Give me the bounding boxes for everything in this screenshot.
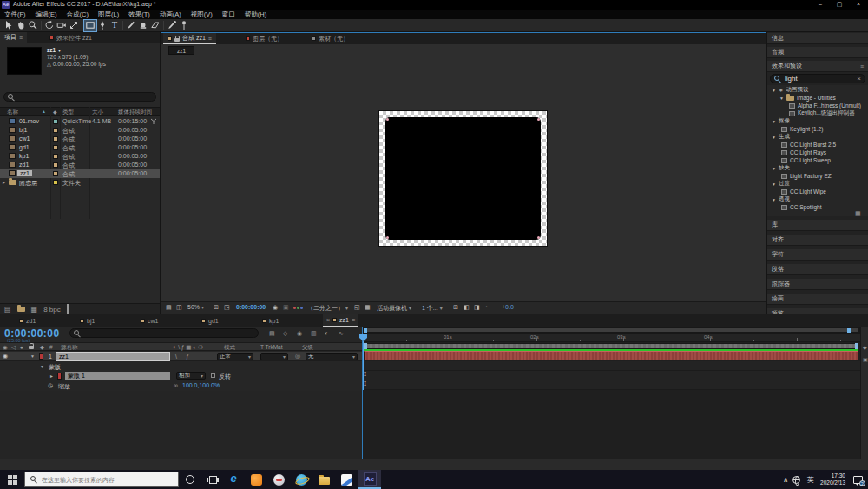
tab-composition[interactable]: 合成 zz1 ≡ (163, 33, 216, 44)
graph-editor-icon[interactable]: ∿ (339, 330, 344, 337)
panel-audio[interactable]: 音频 (767, 47, 868, 58)
grid-guides-icon[interactable]: ⊞ (453, 304, 458, 311)
panel-menu-icon[interactable]: ≡ (352, 317, 355, 323)
mask-invert-checkbox[interactable] (211, 373, 215, 378)
timeline-button-icon[interactable]: ◔ (484, 304, 488, 310)
notification-center-icon[interactable]: 2 (853, 470, 863, 489)
magnification-icon[interactable]: ◫ (176, 304, 182, 311)
fast-previews-icon[interactable]: ◨ (474, 304, 480, 311)
layer-color-label[interactable] (39, 353, 43, 360)
timeline-tab-bj1[interactable]: bj1 (80, 314, 95, 327)
time-ruler[interactable]: 01s 02s 03s 04s (363, 334, 860, 342)
tree-effect-keylight[interactable]: Keylight (1.2) (767, 125, 868, 133)
project-row-gd1[interactable]: gd1 合成 0:00:05:00 (0, 143, 160, 152)
new-animation-preset-icon[interactable]: ▦ (855, 210, 861, 217)
composition-mini-flowchart-icon[interactable]: ▤ (269, 330, 275, 337)
camera-dropdown[interactable]: 活动摄像机 ▾ (377, 304, 411, 313)
new-composition-icon[interactable]: ▦ (31, 306, 38, 314)
panel-effects-presets-header[interactable]: 效果和预设≡ (767, 61, 868, 72)
layer-expand-arrow-icon[interactable]: ▼ (30, 354, 35, 359)
timeline-tab-cw1[interactable]: cw1 (141, 314, 158, 327)
mask-visibility-icon[interactable]: ◳ (224, 304, 230, 311)
menu-layer[interactable]: 图层(L) (98, 10, 119, 19)
clock[interactable]: 17:30 2020/2/13 (820, 472, 845, 489)
project-row-solids-folder[interactable]: ► 固态层 文件夹 (0, 178, 160, 187)
exposure-value[interactable]: +0.0 (502, 304, 514, 310)
resolution-dropdown[interactable]: （二分之一） ▾ (307, 304, 348, 313)
panel-character[interactable]: 字符 (767, 249, 868, 261)
tree-group-missing[interactable]: ▼缺失 (767, 164, 868, 172)
tree-group-generate[interactable]: ▼生成 (767, 133, 868, 141)
parent-pickwhip-icon[interactable]: ◎ (295, 353, 300, 360)
camera-tool-icon[interactable] (56, 20, 68, 31)
safe-frames-icon[interactable]: ⊞ (214, 304, 219, 311)
tab-project[interactable]: 项目≡ (0, 32, 27, 43)
composition-canvas[interactable] (379, 111, 547, 246)
tree-effect-cc-spotlight[interactable]: CC Spotlight (767, 203, 868, 211)
tree-group-keying[interactable]: ▼抠像 (767, 117, 868, 125)
timeline-tab-kp1[interactable]: kp1 (262, 314, 279, 327)
show-channels-icon[interactable] (293, 304, 304, 310)
tree-preset-alpha-from-lightness[interactable]: Alpha F...htness (Unmult) (767, 102, 868, 109)
tree-folder-image-utilities[interactable]: ▼Image - Utilities (767, 94, 868, 102)
file-explorer-icon[interactable] (318, 473, 330, 486)
expand-arrow-icon[interactable]: ► (2, 180, 6, 185)
pixel-aspect-icon[interactable]: ◧ (464, 304, 470, 311)
close-button[interactable]: × (851, 0, 866, 10)
tree-effect-cc-light-wipe[interactable]: CC Light Wipe (767, 188, 868, 195)
panel-tracker[interactable]: 跟踪器 (767, 279, 868, 290)
panel-menu-icon[interactable]: ≡ (19, 35, 23, 41)
view-layout-dropdown[interactable]: 1 个... ▾ (422, 304, 443, 313)
viewer-comp-subtab[interactable]: zz1 (168, 46, 194, 55)
task-view-icon[interactable] (207, 473, 219, 486)
group-expand-arrow-icon[interactable]: ▼ (40, 364, 44, 369)
zoom-tool-icon[interactable] (27, 20, 39, 31)
panel-align[interactable]: 对齐 (767, 235, 868, 246)
new-folder-icon[interactable] (17, 306, 25, 314)
scale-value[interactable]: 100.0,100.0% (182, 382, 220, 388)
panel-paint[interactable]: 绘画 (767, 294, 868, 305)
comp-marker-icon[interactable]: ◆ (863, 344, 867, 350)
brush-tool-icon[interactable] (125, 20, 137, 31)
tab-effect-controls[interactable]: 效果控件 zz1 (45, 32, 96, 43)
show-snapshot-icon[interactable]: ▣ (283, 304, 289, 311)
hand-tool-icon[interactable] (15, 20, 27, 31)
edge-browser-icon[interactable]: e (227, 472, 240, 484)
text-tool-icon[interactable]: T (108, 20, 121, 31)
zoom-level-dropdown[interactable]: 50% ▾ (187, 304, 204, 310)
comp-button-icon[interactable]: ▣ (863, 356, 868, 362)
mask1-row[interactable]: ► 蒙版 1 相加▾ 反转 (0, 372, 362, 380)
panel-paragraph[interactable]: 段落 (767, 264, 868, 275)
project-row-cw1[interactable]: cw1 合成 0:00:05:00 (0, 135, 160, 143)
panel-menu-icon[interactable]: ≡ (860, 63, 864, 69)
tree-group-animation-presets[interactable]: ▼∗动画预设 (767, 86, 868, 94)
layer-name-edit-field[interactable]: zz1 (56, 352, 170, 361)
project-search-input[interactable] (3, 92, 156, 102)
layer-quality-switch-icon[interactable]: \ (175, 354, 177, 360)
masks-group-row[interactable]: ▼ 蒙版 (0, 362, 362, 371)
gray-app-icon[interactable] (273, 473, 285, 486)
tray-chevron-icon[interactable]: ∧ (783, 470, 788, 489)
ime-indicator[interactable]: 英 (807, 470, 814, 489)
viewer-timecode[interactable]: 0:00:00:00 (236, 304, 266, 310)
after-effects-taskbar-icon[interactable]: Ae (358, 470, 381, 489)
motion-blur-icon[interactable]: ◐ (325, 330, 328, 336)
eraser-tool-icon[interactable] (149, 20, 161, 31)
transparency-grid-icon[interactable]: ▦ (365, 304, 371, 311)
panel-info[interactable]: 信息 (767, 33, 868, 44)
project-row-zz1-selected[interactable]: zz1 合成 0:00:05:00 (0, 169, 160, 178)
panel-libraries[interactable]: 库 (767, 220, 868, 231)
menu-window[interactable]: 窗口 (222, 10, 235, 19)
frame-blending-icon[interactable]: ▥ (311, 330, 317, 337)
taskbar-search-input[interactable] (42, 477, 163, 483)
layer-trkmat-dropdown[interactable]: ▾ (260, 353, 288, 360)
clear-search-icon[interactable]: × (857, 75, 861, 83)
mask-color-chip[interactable] (57, 373, 62, 380)
stopwatch-icon[interactable]: ◷ (48, 382, 53, 389)
menu-effect[interactable]: 效果(T) (128, 10, 150, 19)
project-columns-header[interactable]: 名称 ▲ ◆ 类型 大小 媒体持续时间 (0, 107, 160, 116)
layer-effects-switch-icon[interactable]: ƒ (186, 354, 189, 360)
tab-layer[interactable]: 图层（无） (241, 33, 287, 44)
timeline-tab-zz1-active[interactable]: × zz1 ≡ (323, 314, 358, 327)
mask-vertex[interactable] (386, 236, 389, 239)
